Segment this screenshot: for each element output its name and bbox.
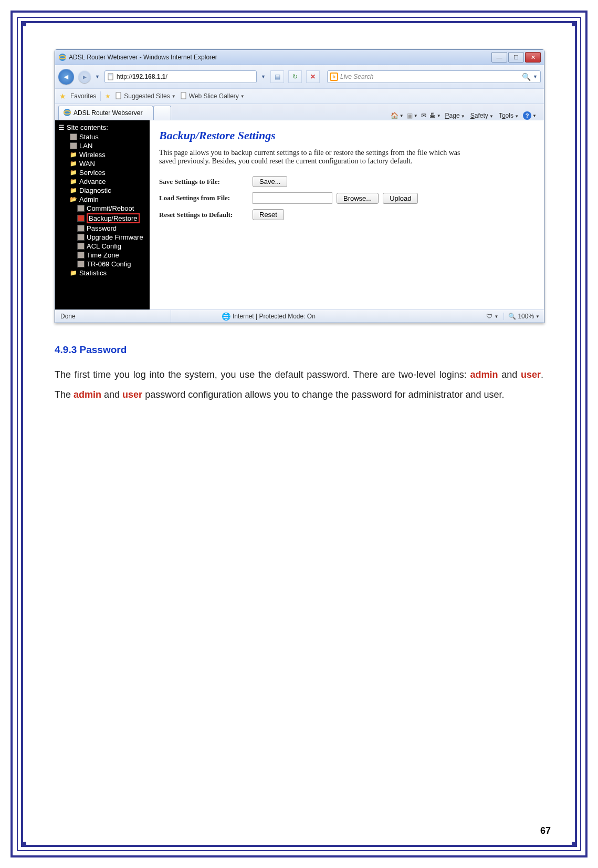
doc-icon [77,215,85,222]
folder-icon: 📁 [70,270,77,276]
svg-point-6 [64,109,71,116]
security-zone: 🌐 Internet | Protected Mode: On [216,312,321,321]
tree-icon: ☰ [58,123,65,131]
status-done: Done [55,310,171,323]
favorites-star-icon[interactable]: ★ [59,92,66,100]
address-dropdown[interactable]: ▼ [261,74,266,79]
sidebar-item-lan[interactable]: LAN [55,141,150,150]
separator [100,91,101,101]
browser-window: ADSL Router Webserver - Windows Internet… [55,49,544,323]
recent-pages-dropdown[interactable]: ▼ [95,74,100,79]
suggested-sites-link[interactable]: Suggested Sites ▼ [115,92,175,101]
navigation-bar: ◄ ▸ ▼ http://192.168.1.1/ ▼ ▤ ↻ ✕ b Live… [55,65,544,89]
reset-settings-label: Reset Settings to Default: [159,211,248,219]
minimize-button[interactable]: — [491,52,507,63]
save-button[interactable]: Save... [253,176,287,187]
sidebar-item-admin[interactable]: 📂Admin [55,195,150,204]
chevron-down-icon: ▼ [240,94,245,99]
doc-icon [77,243,85,250]
folder-icon: 📁 [70,187,77,194]
upload-button[interactable]: Upload [383,193,418,204]
zoom-icon: 🔍 [508,313,516,320]
protected-mode-icon[interactable]: 🛡▼ [481,313,504,320]
refresh-button[interactable]: ↻ [288,70,302,83]
search-box[interactable]: b Live Search 🔍 ▼ [327,70,541,83]
folder-icon: 📁 [70,160,77,167]
folder-open-icon: 📂 [70,196,77,203]
search-placeholder: Live Search [340,73,373,80]
sidebar-item-statistics[interactable]: 📁Statistics [55,268,150,277]
feeds-button[interactable]: ▣▼ [407,112,418,119]
sidebar-item-backup-restore[interactable]: Backup/Restore [55,213,150,224]
chevron-down-icon: ▼ [172,94,176,99]
sidebar-item-advance[interactable]: 📁Advance [55,177,150,186]
sidebar-item-password[interactable]: Password [55,224,150,233]
search-icon[interactable]: 🔍 [522,73,531,81]
page-icon [115,92,122,101]
stop-button[interactable]: ✕ [306,70,320,83]
sidebar-heading: ☰Site contents: [55,122,150,132]
doc-icon [77,252,85,259]
zoom-value: 100% [518,313,534,320]
url-text: http://192.168.1.1/ [117,73,167,80]
favorites-bar: ★ Favorites ★ Suggested Sites ▼ Web Slic… [55,89,544,104]
sidebar-item-services[interactable]: 📁Services [55,168,150,177]
sidebar-item-diagnostic[interactable]: 📁Diagnostic [55,186,150,195]
back-button[interactable]: ◄ [58,69,74,85]
sidebar-item-tr069-config[interactable]: TR-069 Config [55,260,150,268]
tab-adsl-router[interactable]: ADSL Router Webserver [58,106,153,120]
sidebar-item-wan[interactable]: 📁WAN [55,159,150,168]
address-bar[interactable]: http://192.168.1.1/ [104,70,257,83]
favorites-label[interactable]: Favorites [70,92,96,100]
folder-icon: 📁 [70,169,77,176]
sidebar: ☰Site contents: Status LAN 📁Wireless 📁WA… [55,120,150,309]
sidebar-item-acl-config[interactable]: ACL Config [55,242,150,251]
doc-icon [77,261,85,267]
globe-icon: 🌐 [222,312,230,321]
selected-item-label: Backup/Restore [87,213,140,223]
main-panel: Backup/Restore Settings This page allows… [150,120,544,309]
forward-button[interactable]: ▸ [78,70,91,83]
svg-rect-1 [108,74,113,80]
reset-button[interactable]: Reset [253,209,284,220]
web-slice-link[interactable]: Web Slice Gallery ▼ [180,92,245,101]
doc-icon [70,133,77,140]
document-body: 4.9.3 Password The first time you log in… [55,344,543,405]
panel-title: Backup/Restore Settings [159,129,534,142]
doc-icon [77,234,85,241]
safety-menu[interactable]: Safety ▼ [469,112,495,119]
browse-button[interactable]: Browse... [337,193,379,204]
svg-rect-4 [116,92,121,99]
tools-menu[interactable]: Tools ▼ [498,112,520,119]
help-button[interactable]: ?▼ [523,111,537,120]
tab-title: ADSL Router Webserver [74,109,142,117]
page-menu[interactable]: Page ▼ [444,112,466,119]
reset-settings-row: Reset Settings to Default: Reset [159,209,534,220]
sidebar-item-status[interactable]: Status [55,132,150,141]
home-button[interactable]: 🏠▼ [391,112,404,119]
new-tab-button[interactable] [153,106,171,120]
svg-rect-2 [109,75,112,75]
close-button[interactable]: ✕ [525,52,541,63]
search-dropdown[interactable]: ▼ [533,74,538,79]
home-icon: 🏠 [391,112,398,119]
sidebar-item-commit-reboot[interactable]: Commit/Reboot [55,204,150,213]
zoom-control[interactable]: 🔍100%▼ [504,313,544,320]
sidebar-item-time-zone[interactable]: Time Zone [55,251,150,260]
read-mail-button[interactable]: ✉ [421,112,426,119]
rss-icon: ▣ [407,112,413,119]
compat-view-button[interactable]: ▤ [270,70,284,83]
bing-icon: b [330,73,338,81]
section-heading: 4.9.3 Password [55,344,543,356]
sidebar-item-wireless[interactable]: 📁Wireless [55,150,150,159]
security-zone-label: Internet | Protected Mode: On [233,313,316,320]
save-settings-row: Save Settings to File: Save... [159,176,534,187]
maximize-button[interactable]: ☐ [508,52,524,63]
load-settings-row: Load Settings from File: Browse... Uploa… [159,192,534,204]
file-path-input[interactable] [253,192,332,204]
save-settings-label: Save Settings to File: [159,178,248,186]
sidebar-item-upgrade-firmware[interactable]: Upgrade Firmware [55,233,150,242]
status-bar: Done 🌐 Internet | Protected Mode: On 🛡▼ … [55,309,544,323]
add-favorite-icon[interactable]: ★ [105,92,111,100]
print-button[interactable]: 🖶▼ [429,112,441,119]
